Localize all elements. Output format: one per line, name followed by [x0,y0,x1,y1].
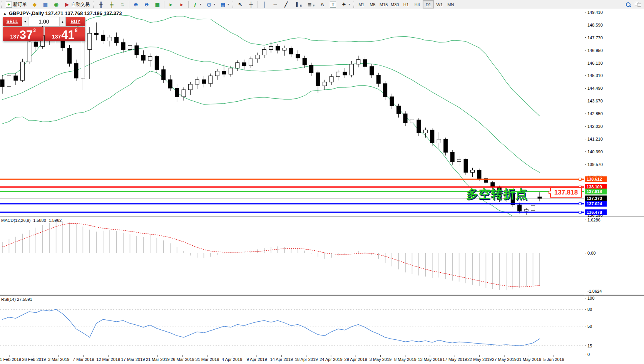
vline-icon: │ [261,2,268,8]
tile-windows-button[interactable]: ▦ [152,0,162,8]
vline-button[interactable]: │ [259,0,269,8]
toolbar-grip[interactable] [232,2,234,8]
toolbar-separator [164,1,164,8]
terminal-icon-icon: ▦ [42,2,49,8]
svg-text:144.490: 144.490 [587,86,603,91]
svg-text:149.410: 149.410 [587,10,603,15]
sell-price-sup: 3 [33,28,36,33]
symbol-expander-icon[interactable]: ▲ [3,12,7,15]
timeframe-button-m1[interactable]: M1 [356,0,367,8]
chart-history-icon[interactable]: ◆ [30,0,40,8]
autotrading-button[interactable]: ▶自动交易 [62,0,92,8]
chart-canvas[interactable]: 149.410148.590147.770146.950146.130145.3… [0,0,644,364]
channel-icon: ∥ [294,2,300,8]
timeframe-button-m5[interactable]: M5 [367,0,378,8]
toolbar-grip[interactable] [353,2,355,8]
timeframe-button-mn[interactable]: MN [445,0,456,8]
dropdown-caret-icon[interactable]: ▾ [227,3,229,6]
svg-text:22 May 2019: 22 May 2019 [467,357,492,362]
bar-chart-icon: ╫ [98,2,104,8]
svg-text:137.818: 137.818 [587,189,602,194]
bar-chart-button[interactable]: ╫ [96,0,106,8]
dropdown-caret-icon[interactable]: ▾ [214,3,215,6]
fibonacci-icon: ≣ [306,2,313,8]
tile-windows-icon: ▦ [154,2,161,8]
chat-icon[interactable] [635,2,641,7]
trendline-button[interactable]: ╱ [281,0,291,8]
auto-scroll-button[interactable]: ▸ [166,0,176,8]
volume-decrease-button[interactable]: ▼ [22,17,28,26]
svg-text:146.130: 146.130 [587,61,603,65]
price-callout-label[interactable]: 137.818 [550,187,582,198]
svg-text:14 Apr 2019: 14 Apr 2019 [270,357,293,362]
candlestick-icon: ╪ [109,2,115,8]
volume-increase-button[interactable]: ▲ [59,17,65,26]
toolbar-grip[interactable] [1,2,3,8]
toolbar: +新订单◆▦◉▶自动交易╫╪≈⊕⊖▦▸▸ƒ▾◷▾▤▾↖┼│─╱∥E≣FAT✦▾M… [0,0,644,9]
terminal-icon[interactable]: ▦ [40,0,50,8]
hline-handle[interactable] [579,211,581,213]
timeframe-button-d1[interactable]: D1 [423,0,434,8]
signals-icon-icon: ◉ [53,2,59,8]
svg-text:142.850: 142.850 [587,111,603,116]
new-order-button[interactable]: +新订单 [4,0,29,8]
svg-text:7 Mar 2019: 7 Mar 2019 [73,357,94,362]
line-chart-button[interactable]: ≈ [117,0,127,8]
buy-button[interactable]: BUY [66,17,85,26]
crosshair-icon: ┼ [248,2,254,8]
candlestick-button[interactable]: ╪ [107,0,117,8]
timeframe-button-h1[interactable]: H1 [400,0,411,8]
new-order-button-label: 新订单 [13,1,27,8]
toolbar-grip[interactable] [93,2,95,8]
hline-button[interactable]: ─ [270,0,280,8]
dropdown-caret-icon[interactable]: ▾ [348,3,350,6]
search-icon[interactable] [626,2,631,7]
channel-button[interactable]: ∥E [292,0,304,8]
svg-text:50: 50 [587,324,592,329]
crosshair-button[interactable]: ┼ [246,0,256,8]
text-button[interactable]: A [317,0,327,8]
label-icon: T [330,2,336,8]
timeframe-button-w1[interactable]: W1 [434,0,445,8]
buy-price-prefix: 137 [52,33,61,40]
chart-shift-icon: ▸ [179,2,185,8]
sell-price[interactable]: 137 37 3 [3,27,43,41]
volume-input[interactable]: 1.00 [28,17,59,26]
timeframe-button-m30[interactable]: M30 [389,0,400,8]
hline-handle[interactable] [579,178,581,180]
date-axis[interactable]: 21 Feb 201926 Feb 20193 Mar 20197 Mar 20… [0,355,564,362]
dropdown-caret-icon[interactable]: ▾ [200,3,201,6]
periods-button[interactable]: ◷▾ [204,0,217,8]
label-button[interactable]: T [328,0,338,8]
hline-icon: ─ [272,2,278,8]
toolbar-separator [258,1,258,8]
fibonacci-button[interactable]: ≣F [304,0,316,8]
templates-button[interactable]: ▤▾ [218,0,231,8]
price-axis[interactable]: 149.410148.590147.770146.950146.130145.3… [585,10,603,357]
one-click-trade-panel: SELL ▼ 1.00 ▲ BUY 137 37 3 137 41 8 [3,17,85,41]
buy-price[interactable]: 137 41 8 [45,27,85,41]
zoom-out-button[interactable]: ⊖ [142,0,152,8]
volume-stepper: ▼ 1.00 ▲ [22,17,66,26]
hline-handle[interactable] [579,203,581,205]
autotrading-icon: ▶ [64,2,70,8]
cursor-button[interactable]: ↖ [235,0,245,8]
timeframe-button-m15[interactable]: M15 [378,0,389,8]
svg-text:1.6286: 1.6286 [587,218,601,222]
arrows-button[interactable]: ✦▾ [339,0,352,8]
signals-icon[interactable]: ◉ [51,0,61,8]
svg-text:17 Mar 2019: 17 Mar 2019 [121,357,145,362]
timeframe-button-h4[interactable]: H4 [411,0,423,8]
periods-icon: ◷ [206,2,212,8]
svg-text:138.612: 138.612 [587,177,602,181]
rsi-pane-label: RSI(14) 27.5591 [1,297,32,302]
svg-text:24 Apr 2019: 24 Apr 2019 [319,357,342,362]
zoom-in-button[interactable]: ⊕ [131,0,141,8]
indicators-button[interactable]: ƒ▾ [190,0,203,8]
svg-text:21 Feb 2019: 21 Feb 2019 [0,357,21,362]
svg-text:147.770: 147.770 [587,35,603,40]
sell-button[interactable]: SELL [3,17,22,26]
chart-text-annotation[interactable]: 多空转折点 [466,186,528,202]
chart-shift-button[interactable]: ▸ [177,0,187,8]
new-order-icon: + [6,2,12,8]
